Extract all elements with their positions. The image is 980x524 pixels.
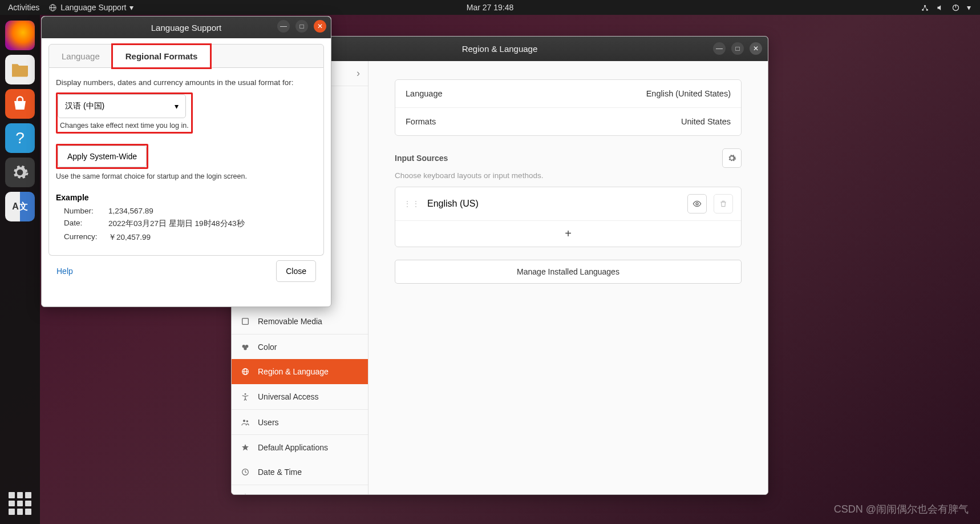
power-icon[interactable] xyxy=(951,3,960,12)
help-link[interactable]: Help xyxy=(56,267,73,276)
svg-point-16 xyxy=(243,420,245,422)
input-source-row: ⋮⋮ English (US) xyxy=(395,187,741,220)
apply-system-wide-button[interactable]: Apply System-Wide xyxy=(58,146,147,167)
input-sources-card: ⋮⋮ English (US) + xyxy=(395,187,742,247)
watermark: CSDN @闹闹偶尔也会有脾气 xyxy=(834,502,969,516)
dock-language-support[interactable]: A文 xyxy=(5,192,35,221)
manage-installed-languages-button[interactable]: Manage Installed Languages xyxy=(395,260,742,284)
remove-source-button[interactable] xyxy=(714,194,733,213)
sidebar-label: Users xyxy=(258,418,279,427)
sidebar-label: Universal Access xyxy=(258,392,319,401)
sidebar-item-date-time[interactable]: Date & Time xyxy=(232,459,368,485)
eye-icon xyxy=(693,199,702,208)
globe-icon xyxy=(241,367,250,376)
about-icon xyxy=(241,493,250,495)
plus-icon: + xyxy=(565,227,572,240)
example-date-value: 2022年03月27日 星期日 19时48分43秒 xyxy=(108,219,317,229)
app-menu[interactable]: Language Support ▾ xyxy=(48,3,133,12)
tabs: Language Regional Formats xyxy=(48,44,324,68)
sidebar-item-about[interactable]: About xyxy=(232,485,368,494)
dropdown-value: 汉语 (中国) xyxy=(65,101,104,111)
login-note: Changes take effect next time you log in… xyxy=(58,122,191,132)
row-value: English (United States) xyxy=(646,89,731,98)
sidebar-item-universal-access[interactable]: Universal Access xyxy=(232,384,368,409)
sidebar-item-region-language[interactable]: Region & Language xyxy=(232,359,368,384)
clock[interactable]: Mar 27 19:48 xyxy=(467,3,514,12)
activities-button[interactable]: Activities xyxy=(8,3,39,12)
maximize-button[interactable]: □ xyxy=(295,20,308,33)
example-number-value: 1,234,567.89 xyxy=(108,207,317,215)
row-label: Formats xyxy=(406,117,436,126)
network-icon[interactable] xyxy=(921,3,929,12)
sidebar-label: About xyxy=(258,493,279,495)
window-title: Language Support xyxy=(151,23,221,33)
formats-row[interactable]: Formats United States xyxy=(395,107,741,135)
sidebar-item-users[interactable]: Users xyxy=(232,409,368,434)
preview-layout-button[interactable] xyxy=(687,194,707,213)
example-date-label: Date: xyxy=(64,219,108,229)
trash-icon xyxy=(719,199,727,208)
removable-media-icon xyxy=(241,317,250,326)
app-menu-label: Language Support xyxy=(60,3,126,12)
tab-regional-formats[interactable]: Regional Formats xyxy=(112,45,211,68)
sidebar-label: Removable Media xyxy=(258,317,322,326)
example-grid: Number: 1,234,567.89 Date: 2022年03月27日 星… xyxy=(56,207,317,243)
sidebar-label: Date & Time xyxy=(258,467,302,477)
chevron-down-icon[interactable]: ▾ xyxy=(967,3,971,12)
lang-titlebar[interactable]: Language Support — □ ✕ xyxy=(42,17,331,38)
maximize-button[interactable]: □ xyxy=(731,42,744,55)
clock-icon xyxy=(241,467,250,477)
input-source-name: English (US) xyxy=(427,199,479,209)
row-value: United States xyxy=(681,117,731,126)
svg-point-5 xyxy=(924,5,926,6)
input-sources-sub: Choose keyboard layouts or input methods… xyxy=(395,171,742,180)
dock-settings[interactable] xyxy=(5,158,35,187)
language-row[interactable]: Language English (United States) xyxy=(395,80,741,107)
close-button[interactable]: ✕ xyxy=(314,20,326,33)
gear-icon xyxy=(727,154,736,163)
accessibility-icon xyxy=(241,392,250,401)
sidebar-label: Region & Language xyxy=(258,367,329,376)
drag-handle-icon[interactable]: ⋮⋮ xyxy=(403,199,420,208)
sidebar-item-removable-media[interactable]: Removable Media xyxy=(232,309,368,334)
panel-description: Display numbers, dates and currency amou… xyxy=(56,78,317,87)
startup-note: Use the same format choice for startup a… xyxy=(56,172,317,180)
color-icon xyxy=(241,342,250,352)
close-button[interactable]: ✕ xyxy=(750,42,762,55)
dock-software[interactable] xyxy=(5,89,35,119)
language-support-window: Language Support — □ ✕ Language Regional… xyxy=(41,16,331,307)
input-settings-button[interactable] xyxy=(722,148,742,168)
chevron-right-icon[interactable]: › xyxy=(357,67,360,79)
example-number-label: Number: xyxy=(64,207,108,215)
chevron-down-icon: ▾ xyxy=(175,102,179,111)
locale-dropdown[interactable]: 汉语 (中国) ▾ xyxy=(58,94,186,118)
input-sources-title: Input Sources xyxy=(395,154,448,163)
dock-files[interactable] xyxy=(5,55,35,84)
star-icon xyxy=(241,443,250,452)
chevron-down-icon: ▾ xyxy=(129,3,133,12)
minimize-button[interactable]: — xyxy=(277,20,290,33)
svg-rect-8 xyxy=(242,319,249,325)
dock-help[interactable]: ? xyxy=(5,123,35,153)
svg-point-11 xyxy=(244,347,246,350)
sidebar-label: Default Applications xyxy=(258,443,328,452)
language-formats-card: Language English (United States) Formats… xyxy=(395,79,742,136)
volume-icon[interactable] xyxy=(936,3,945,12)
settings-title: Region & Language xyxy=(462,44,538,54)
settings-content: Language English (United States) Formats… xyxy=(368,61,768,494)
svg-point-17 xyxy=(246,420,248,422)
add-input-source-button[interactable]: + xyxy=(395,220,741,247)
top-bar: Activities Language Support ▾ Mar 27 19:… xyxy=(0,0,980,15)
example-currency-label: Currency: xyxy=(64,232,108,243)
globe-icon xyxy=(48,3,57,12)
show-applications[interactable] xyxy=(9,492,31,515)
tab-language[interactable]: Language xyxy=(49,45,112,67)
svg-point-15 xyxy=(245,393,246,395)
minimize-button[interactable]: — xyxy=(713,42,726,55)
sidebar-item-color[interactable]: Color xyxy=(232,334,368,359)
dock-firefox[interactable] xyxy=(5,21,35,50)
close-dialog-button[interactable]: Close xyxy=(276,260,316,282)
sidebar-item-default-apps[interactable]: Default Applications xyxy=(232,434,368,459)
svg-point-4 xyxy=(926,9,928,10)
row-label: Language xyxy=(406,89,443,98)
